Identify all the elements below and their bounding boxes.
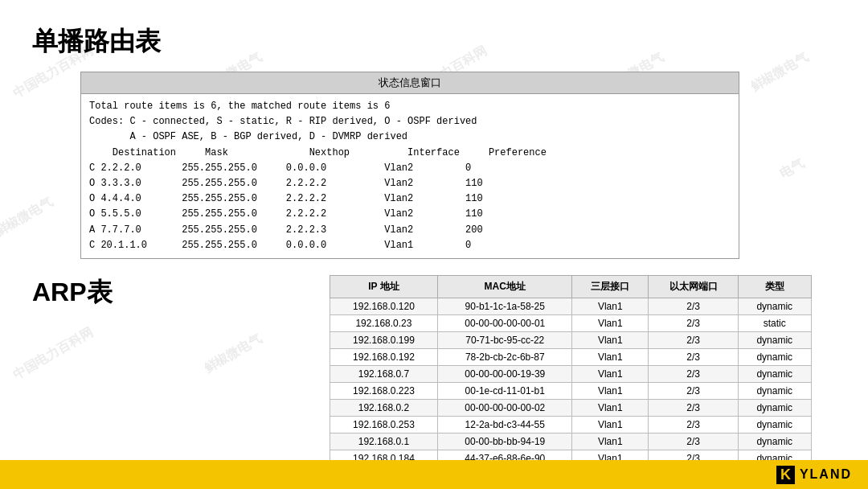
bottom-bar: K YLAND <box>0 460 868 489</box>
arp-cell: static <box>738 314 811 331</box>
arp-cell: dynamic <box>738 382 811 399</box>
arp-col-header: 三层接口 <box>572 275 649 298</box>
routing-title: 单播路由表 <box>32 24 836 60</box>
arp-cell: 00-00-bb-bb-94-19 <box>438 433 572 450</box>
arp-cell: Vlan1 <box>572 331 649 348</box>
arp-cell: 78-2b-cb-2c-6b-87 <box>438 348 572 365</box>
arp-col-header: 以太网端口 <box>649 275 739 298</box>
arp-data-row: 192.168.0.25312-2a-bd-c3-44-55Vlan12/3dy… <box>330 416 811 433</box>
arp-col-header: MAC地址 <box>438 275 572 298</box>
arp-cell: 192.168.0.1 <box>330 433 438 450</box>
info-line-1: Total route items is 6, the matched rout… <box>89 99 731 114</box>
rt-data-row: O 3.3.3.0 255.255.255.0 2.2.2.2 Vlan2 11… <box>89 176 731 191</box>
arp-cell: Vlan1 <box>572 433 649 450</box>
arp-data-row: 192.168.0.19278-2b-cb-2c-6b-87Vlan12/3dy… <box>330 348 811 365</box>
arp-cell: dynamic <box>738 331 811 348</box>
arp-cell: Vlan1 <box>572 298 649 314</box>
arp-cell: 00-00-00-00-19-39 <box>438 365 572 382</box>
brand-logo: K YLAND <box>776 466 852 484</box>
arp-cell: dynamic <box>738 433 811 450</box>
arp-data-row: 192.168.0.22300-1e-cd-11-01-b1Vlan12/3dy… <box>330 382 811 399</box>
arp-cell: 192.168.0.2 <box>330 399 438 416</box>
arp-title: ARP表 <box>32 275 113 310</box>
arp-header-row: IP 地址MAC地址三层接口以太网端口类型 <box>330 275 811 298</box>
arp-cell: dynamic <box>738 298 811 314</box>
arp-cell: 192.168.0.23 <box>330 314 438 331</box>
routing-table-body: Total route items is 6, the matched rout… <box>81 94 739 258</box>
brand-k-letter: K <box>776 466 795 484</box>
arp-col-header: 类型 <box>738 275 811 298</box>
arp-cell: 2/3 <box>649 382 739 399</box>
arp-table-container: IP 地址MAC地址三层接口以太网端口类型 192.168.0.12090-b1… <box>330 275 812 484</box>
arp-data-row: 192.168.0.100-00-bb-bb-94-19Vlan12/3dyna… <box>330 433 811 450</box>
arp-cell: 00-00-00-00-00-01 <box>438 314 572 331</box>
rt-rows-container: C 2.2.2.0 255.255.255.0 0.0.0.0 Vlan2 0O… <box>89 161 731 253</box>
rt-data-row: O 5.5.5.0 255.255.255.0 2.2.2.2 Vlan2 11… <box>89 207 731 222</box>
arp-table-body: 192.168.0.12090-b1-1c-1a-58-25Vlan12/3dy… <box>330 298 811 483</box>
arp-cell: 00-1e-cd-11-01-b1 <box>438 382 572 399</box>
arp-cell: 00-00-00-00-00-02 <box>438 399 572 416</box>
arp-cell: 2/3 <box>649 348 739 365</box>
arp-cell: dynamic <box>738 365 811 382</box>
arp-cell: 2/3 <box>649 416 739 433</box>
arp-cell: Vlan1 <box>572 365 649 382</box>
info-line-2: Codes: C - connected, S - static, R - RI… <box>89 114 731 129</box>
rt-data-row: O 4.4.4.0 255.255.255.0 2.2.2.2 Vlan2 11… <box>89 191 731 207</box>
info-line-3: A - OSPF ASE, B - BGP derived, D - DVMRP… <box>89 129 731 145</box>
arp-data-row: 192.168.0.12090-b1-1c-1a-58-25Vlan12/3dy… <box>330 298 811 314</box>
arp-cell: 192.168.0.199 <box>330 331 438 348</box>
arp-cell: 192.168.0.192 <box>330 348 438 365</box>
arp-cell: 2/3 <box>649 314 739 331</box>
arp-cell: Vlan1 <box>572 416 649 433</box>
arp-cell: 2/3 <box>649 433 739 450</box>
brand-name: YLAND <box>800 467 852 482</box>
arp-table-head: IP 地址MAC地址三层接口以太网端口类型 <box>330 275 811 298</box>
arp-section: ARP表 IP 地址MAC地址三层接口以太网端口类型 192.168.0.120… <box>32 275 836 484</box>
arp-data-row: 192.168.0.700-00-00-00-19-39Vlan12/3dyna… <box>330 365 811 382</box>
arp-cell: 2/3 <box>649 298 739 314</box>
arp-cell: dynamic <box>738 416 811 433</box>
rt-col-header: Destination Mask Nexthop Interface Prefe… <box>89 146 731 161</box>
arp-cell: Vlan1 <box>572 382 649 399</box>
arp-cell: dynamic <box>738 348 811 365</box>
arp-table: IP 地址MAC地址三层接口以太网端口类型 192.168.0.12090-b1… <box>330 275 812 484</box>
rt-data-row: C 20.1.1.0 255.255.255.0 0.0.0.0 Vlan1 0 <box>89 238 731 253</box>
arp-cell: Vlan1 <box>572 314 649 331</box>
arp-col-header: IP 地址 <box>330 275 438 298</box>
arp-cell: 2/3 <box>649 399 739 416</box>
arp-cell: 192.168.0.253 <box>330 416 438 433</box>
arp-data-row: 192.168.0.200-00-00-00-00-02Vlan12/3dyna… <box>330 399 811 416</box>
arp-cell: 192.168.0.223 <box>330 382 438 399</box>
main-content: 单播路由表 状态信息窗口 Total route items is 6, the… <box>0 0 868 489</box>
arp-cell: 192.168.0.120 <box>330 298 438 314</box>
rt-data-row: C 2.2.2.0 255.255.255.0 0.0.0.0 Vlan2 0 <box>89 161 731 176</box>
arp-data-row: 192.168.0.19970-71-bc-95-cc-22Vlan12/3dy… <box>330 331 811 348</box>
arp-cell: 70-71-bc-95-cc-22 <box>438 331 572 348</box>
arp-cell: Vlan1 <box>572 399 649 416</box>
arp-data-row: 192.168.0.2300-00-00-00-00-01Vlan12/3sta… <box>330 314 811 331</box>
arp-cell: 90-b1-1c-1a-58-25 <box>438 298 572 314</box>
arp-cell: Vlan1 <box>572 348 649 365</box>
rt-data-row: A 7.7.7.0 255.255.255.0 2.2.2.3 Vlan2 20… <box>89 223 731 238</box>
arp-cell: 192.168.0.7 <box>330 365 438 382</box>
arp-cell: dynamic <box>738 399 811 416</box>
arp-cell: 12-2a-bd-c3-44-55 <box>438 416 572 433</box>
routing-table-header: 状态信息窗口 <box>81 72 739 94</box>
routing-table-container: 状态信息窗口 Total route items is 6, the match… <box>80 72 739 259</box>
arp-cell: 2/3 <box>649 331 739 348</box>
arp-cell: 2/3 <box>649 365 739 382</box>
